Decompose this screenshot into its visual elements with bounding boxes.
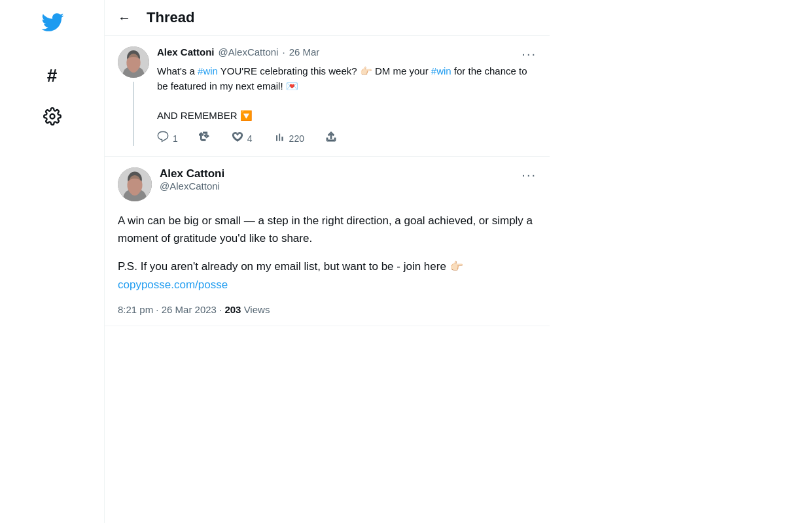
tweet-1-like-button[interactable]: 4 [232, 131, 253, 146]
tweet-2-body-p2: P.S. If you aren't already on my email l… [118, 258, 537, 293]
tweet-2-body-p1: A win can be big or small — a step in th… [118, 212, 537, 247]
reply-icon [157, 131, 169, 146]
tweet-2-views-text: Views [241, 304, 270, 315]
tweet-1-views-button[interactable]: 220 [274, 131, 304, 146]
tweet-2-more-button[interactable]: ··· [521, 167, 537, 182]
tweet-1-reply-count: 1 [173, 133, 178, 144]
twitter-logo[interactable] [41, 10, 64, 39]
tweet-2-body: A win can be big or small — a step in th… [118, 212, 537, 294]
tweet-1-content: Alex Cattoni @AlexCattoni · 26 Mar ··· W… [157, 46, 537, 146]
tweet-1-more-button[interactable]: ··· [521, 46, 537, 61]
back-button[interactable]: ← [118, 10, 131, 25]
page-title: Thread [147, 9, 194, 26]
avatar-tweet1[interactable] [118, 46, 149, 78]
views-icon [274, 131, 285, 146]
tweet-1-body-middle: YOU'RE celebrating this week? 👉🏻 DM me y… [218, 65, 431, 76]
tweet-1-share-button[interactable] [325, 131, 337, 146]
tweets-area: Alex Cattoni @AlexCattoni · 26 Mar ··· W… [105, 36, 550, 326]
avatar-tweet2[interactable] [118, 167, 152, 201]
tweet-1-retweet-button[interactable] [199, 131, 211, 146]
tweet-2-meta: Alex Cattoni @AlexCattoni [160, 167, 514, 192]
tweet-1-author-handle: @AlexCattoni [219, 46, 279, 58]
sidebar: # [0, 0, 105, 523]
tweet-1-win-link1[interactable]: #win [198, 65, 218, 76]
tweet-1-body-before: What's a [157, 65, 198, 76]
tweet-1-body2: AND REMEMBER 🔽 [157, 110, 253, 121]
main-content: ← Thread [105, 0, 550, 523]
tweet-2-timestamp: 8:21 pm · 26 Mar 2023 · [118, 304, 224, 315]
tweet-1-header: Alex Cattoni @AlexCattoni · 26 Mar ··· [157, 46, 537, 61]
tweet-1-body: What's a #win YOU'RE celebrating this we… [157, 64, 537, 123]
tweet-2-views-bold: 203 [224, 304, 241, 315]
tweet-2-author-name: Alex Cattoni [160, 167, 514, 180]
tweet-2: Alex Cattoni @AlexCattoni ··· A win can … [105, 157, 550, 326]
tweet-2-author-handle: @AlexCattoni [160, 180, 514, 192]
tweet-2-body2-link[interactable]: copyposse.com/posse [118, 278, 228, 291]
tweet-1-views-count: 220 [289, 133, 304, 144]
tweet-2-body2-before: P.S. If you aren't already on my email l… [118, 260, 463, 273]
tweet-1-reply-button[interactable]: 1 [157, 131, 178, 146]
tweet-1-meta: Alex Cattoni @AlexCattoni · 26 Mar [157, 46, 319, 58]
thread-left [118, 46, 149, 146]
retweet-icon [199, 131, 211, 146]
tweet-1-author-name: Alex Cattoni [157, 46, 215, 58]
tweet-1: Alex Cattoni @AlexCattoni · 26 Mar ··· W… [105, 36, 550, 157]
tweet-1-like-count: 4 [247, 133, 253, 144]
svg-point-0 [50, 114, 54, 119]
share-icon [325, 131, 337, 146]
tweet-1-dot: · [282, 46, 285, 58]
tweet-1-win-link2[interactable]: #win [431, 65, 451, 76]
settings-icon[interactable] [43, 107, 62, 130]
tweet-1-date: 26 Mar [289, 46, 320, 58]
like-icon [232, 131, 243, 146]
thread-header: ← Thread [105, 0, 550, 36]
explore-icon[interactable]: # [47, 65, 58, 86]
tweet-1-actions: 1 [157, 131, 537, 146]
thread-line [133, 82, 134, 146]
tweet-2-footer: 8:21 pm · 26 Mar 2023 · 203 Views [118, 304, 537, 315]
tweet-2-header: Alex Cattoni @AlexCattoni ··· [118, 167, 537, 201]
